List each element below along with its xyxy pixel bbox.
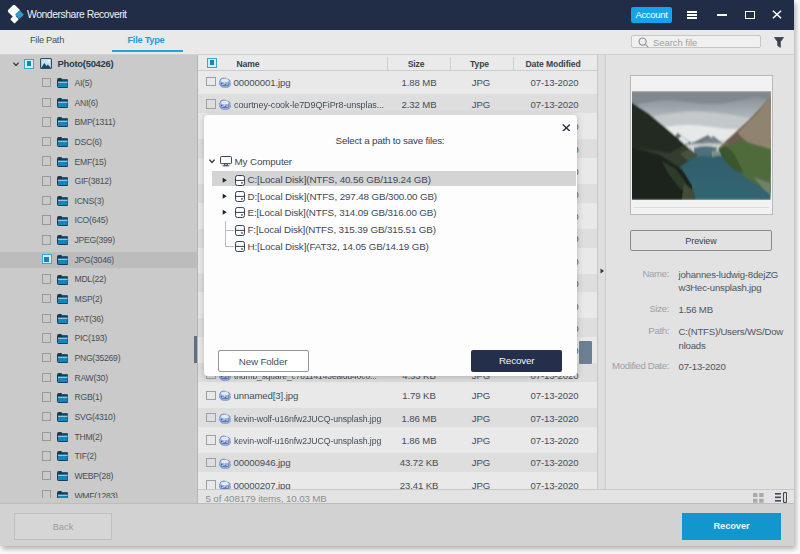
- svg-text:JPG: JPG: [221, 418, 228, 422]
- svg-text:JPG: JPG: [221, 104, 228, 108]
- svg-text:JPG: JPG: [221, 440, 228, 444]
- svg-text:JPG: JPG: [221, 82, 228, 86]
- svg-text:JPG: JPG: [221, 463, 228, 467]
- svg-text:JPG: JPG: [221, 395, 228, 399]
